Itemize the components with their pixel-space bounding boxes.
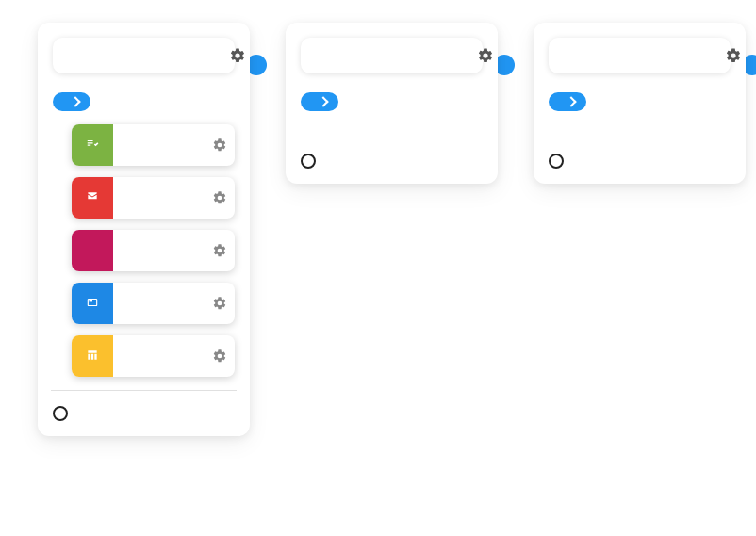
action-label	[113, 124, 205, 166]
gear-icon[interactable]	[725, 47, 742, 64]
action-item-card[interactable]	[72, 283, 235, 324]
closing-radio[interactable]	[301, 154, 316, 169]
chevron-right-icon	[70, 96, 80, 106]
chevron-right-icon	[318, 96, 328, 106]
action-item-table[interactable]	[72, 335, 235, 377]
action-item-task[interactable]	[72, 124, 235, 166]
actions-button[interactable]	[549, 92, 586, 111]
gear-icon[interactable]	[205, 124, 235, 166]
action-label	[113, 335, 205, 377]
closing-stage-option	[53, 404, 235, 421]
table-icon	[72, 335, 113, 377]
http-icon	[72, 230, 113, 271]
action-item-webhook[interactable]	[72, 230, 235, 271]
stage-header	[549, 38, 731, 73]
stage-name-input[interactable]	[312, 48, 477, 63]
gear-icon[interactable]	[205, 283, 235, 324]
action-list	[53, 124, 235, 377]
gear-icon[interactable]	[477, 47, 494, 64]
closing-stage-option	[301, 152, 483, 169]
divider	[299, 138, 485, 138]
actions-button[interactable]	[53, 92, 90, 111]
action-label	[113, 230, 205, 271]
column-wrap	[38, 23, 267, 436]
chevron-right-icon	[566, 96, 576, 106]
gear-icon[interactable]	[205, 335, 235, 377]
divider	[547, 138, 732, 138]
action-label	[113, 177, 205, 219]
gear-icon[interactable]	[229, 47, 246, 64]
mail-icon	[72, 177, 113, 219]
stage-column	[534, 23, 746, 184]
divider	[51, 390, 237, 391]
action-label	[113, 283, 205, 324]
gear-icon[interactable]	[205, 230, 235, 271]
actions-button[interactable]	[301, 92, 338, 111]
stage-name-input[interactable]	[64, 48, 229, 63]
column-wrap	[534, 23, 756, 184]
action-item-email[interactable]	[72, 177, 235, 219]
stage-header	[301, 38, 483, 73]
closing-radio[interactable]	[549, 154, 564, 169]
svg-rect-1	[90, 300, 93, 302]
gear-icon[interactable]	[205, 177, 235, 219]
task-icon	[72, 124, 113, 166]
stage-header	[53, 38, 235, 73]
stage-column	[286, 23, 498, 184]
stage-column	[38, 23, 250, 436]
svg-rect-0	[88, 300, 96, 306]
board	[38, 23, 718, 436]
closing-radio[interactable]	[53, 406, 68, 421]
column-wrap	[286, 23, 515, 184]
stage-name-input[interactable]	[560, 48, 725, 63]
card-icon	[72, 283, 113, 324]
closing-stage-option	[549, 152, 731, 169]
